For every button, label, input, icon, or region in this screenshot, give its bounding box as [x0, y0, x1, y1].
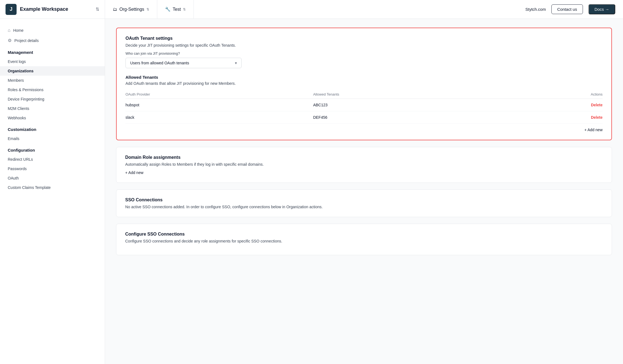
home-icon: ⌂: [8, 28, 11, 33]
sidebar-item-redirect-urls[interactable]: Redirect URLs: [0, 155, 105, 164]
nav-org-settings-label: Org-Settings: [119, 7, 144, 12]
table-row: slack DEF456 Delete: [125, 111, 603, 124]
col-actions: Actions: [512, 90, 603, 99]
oauth-tenant-settings-title: OAuth Tenant settings: [125, 36, 603, 41]
sidebar-members-label: Members: [8, 78, 24, 83]
sidebar-emails-label: Emails: [8, 136, 19, 141]
sso-connections-desc: No active SSO connections added. In orde…: [125, 205, 603, 209]
table-row: hubspot ABC123 Delete: [125, 99, 603, 111]
sso-connections-section: SSO Connections No active SSO connection…: [116, 189, 612, 217]
org-settings-icon: 🗂: [113, 7, 117, 12]
sidebar-item-event-logs[interactable]: Event logs: [0, 57, 105, 66]
sidebar-item-project-details[interactable]: ⚙ Project details: [0, 35, 105, 46]
nav-org-settings[interactable]: 🗂 Org-Settings ⇅: [105, 0, 157, 19]
sidebar: ⌂ Home ⚙ Project details Management Even…: [0, 19, 105, 364]
col-allowed-tenants: Allowed Tenants: [313, 90, 512, 99]
allowed-tenants-table: OAuth Provider Allowed Tenants Actions h…: [125, 90, 603, 124]
workspace-name: Example Workspace: [20, 6, 92, 12]
sidebar-item-device-fingerprinting[interactable]: Device Fingerprinting: [0, 94, 105, 104]
sidebar-custom-claims-label: Custom Claims Template: [8, 185, 51, 190]
add-new-domain-role-button[interactable]: + Add new: [125, 170, 143, 175]
allowed-tenants-title: Allowed Tenants: [125, 75, 603, 80]
stytch-link[interactable]: Stytch.com: [525, 7, 546, 12]
gear-icon: ⚙: [8, 38, 12, 43]
configure-sso-title: Configure SSO Connections: [125, 232, 603, 237]
provider-hubspot: hubspot: [125, 99, 313, 111]
sidebar-roles-label: Roles & Permissions: [8, 88, 43, 92]
sidebar-redirect-label: Redirect URLs: [8, 157, 33, 162]
oauth-tenant-settings-section: OAuth Tenant settings Decide your JIT pr…: [116, 28, 612, 140]
sidebar-item-webhooks[interactable]: Webhooks: [0, 113, 105, 123]
sidebar-organizations-label: Organizations: [8, 69, 33, 73]
sidebar-management-title: Management: [0, 46, 105, 57]
nav-items: 🗂 Org-Settings ⇅ 🔧 Test ⇅: [105, 0, 518, 19]
workspace-avatar: J: [6, 4, 17, 15]
nav-test-chevron: ⇅: [183, 7, 186, 11]
sidebar-item-emails[interactable]: Emails: [0, 134, 105, 143]
domain-role-assignments-section: Domain Role assignments Automatically as…: [116, 147, 612, 183]
contact-button[interactable]: Contact us: [551, 4, 583, 14]
workspace-selector[interactable]: J Example Workspace ⇅: [0, 0, 105, 19]
sidebar-home-label: Home: [13, 28, 23, 33]
allowed-tenants-desc: Add OAuth tenants that allow JIT provisi…: [125, 81, 603, 86]
sidebar-device-label: Device Fingerprinting: [8, 97, 44, 101]
configure-sso-desc: Configure SSO connections and decide any…: [125, 239, 603, 243]
test-icon: 🔧: [165, 7, 171, 12]
sidebar-event-logs-label: Event logs: [8, 59, 26, 64]
jit-label: Who can join via JIT provisioning?: [125, 51, 603, 56]
sidebar-item-members[interactable]: Members: [0, 76, 105, 85]
delete-slack-button[interactable]: Delete: [591, 115, 603, 120]
tenant-abc123: ABC123: [313, 99, 512, 111]
sidebar-webhooks-label: Webhooks: [8, 116, 26, 120]
add-new-tenant-button[interactable]: + Add new: [584, 128, 603, 132]
nav-right: Stytch.com Contact us Docs →: [518, 4, 623, 14]
domain-role-desc: Automatically assign Roles to Members if…: [125, 162, 603, 167]
sidebar-item-passwords[interactable]: Passwords: [0, 164, 105, 173]
nav-test-label: Test: [173, 7, 181, 12]
dropdown-arrow-icon: ▾: [235, 61, 237, 65]
sidebar-item-oauth[interactable]: OAuth: [0, 173, 105, 183]
oauth-tenant-settings-desc: Decide your JIT provisioning settings fo…: [125, 43, 603, 48]
configure-sso-section: Configure SSO Connections Configure SSO …: [116, 224, 612, 255]
sidebar-item-custom-claims[interactable]: Custom Claims Template: [0, 183, 105, 192]
domain-role-title: Domain Role assignments: [125, 155, 603, 160]
sidebar-project-details-label: Project details: [14, 38, 39, 43]
jit-dropdown-value: Users from allowed OAuth tenants: [130, 61, 189, 65]
sidebar-item-roles-permissions[interactable]: Roles & Permissions: [0, 85, 105, 94]
delete-hubspot-button[interactable]: Delete: [591, 103, 603, 107]
sidebar-passwords-label: Passwords: [8, 167, 27, 171]
sidebar-item-organizations[interactable]: Organizations: [0, 66, 105, 76]
sidebar-item-home[interactable]: ⌂ Home: [0, 25, 105, 35]
tenant-def456: DEF456: [313, 111, 512, 124]
sidebar-m2m-label: M2M Clients: [8, 106, 29, 111]
sso-connections-title: SSO Connections: [125, 197, 603, 202]
docs-button[interactable]: Docs →: [588, 4, 615, 14]
nav-org-settings-chevron: ⇅: [146, 7, 149, 11]
sidebar-oauth-label: OAuth: [8, 176, 19, 180]
main-content: OAuth Tenant settings Decide your JIT pr…: [105, 19, 623, 364]
col-oauth-provider: OAuth Provider: [125, 90, 313, 99]
jit-dropdown[interactable]: Users from allowed OAuth tenants ▾: [125, 58, 242, 68]
sidebar-item-m2m-clients[interactable]: M2M Clients: [0, 104, 105, 113]
top-nav: J Example Workspace ⇅ 🗂 Org-Settings ⇅ 🔧…: [0, 0, 623, 19]
provider-slack: slack: [125, 111, 313, 124]
nav-test[interactable]: 🔧 Test ⇅: [157, 0, 194, 19]
sidebar-customization-title: Customization: [0, 123, 105, 134]
sidebar-configuration-title: Configuration: [0, 143, 105, 155]
workspace-chevron-icon: ⇅: [96, 7, 99, 12]
